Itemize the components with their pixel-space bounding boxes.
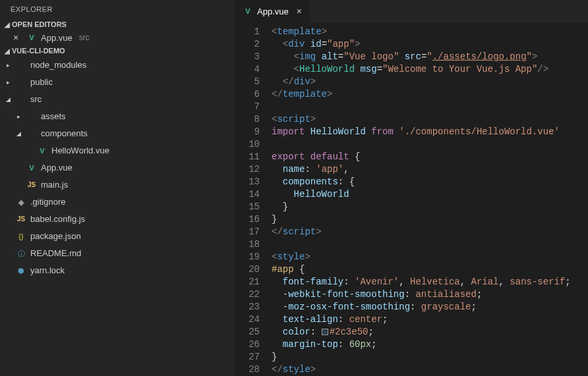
tree-item-label: public: [30, 76, 53, 89]
code-line[interactable]: <style>: [272, 251, 588, 263]
tree-item-src[interactable]: ◢src: [0, 91, 235, 108]
close-icon[interactable]: ×: [13, 32, 22, 43]
line-number: 9: [235, 126, 260, 138]
explorer-title: EXPLORER: [0, 0, 235, 18]
tree-item-label: package.json: [30, 230, 81, 243]
line-number: 1: [235, 26, 260, 38]
project-header[interactable]: ◢ VUE-CLI-DEMO: [0, 45, 235, 57]
tree-item-components[interactable]: ◢components: [0, 125, 235, 142]
code-line[interactable]: name: 'app',: [272, 163, 588, 176]
code-line[interactable]: margin-top: 60px;: [272, 338, 588, 351]
line-number: 17: [235, 226, 260, 238]
line-number: 12: [235, 163, 260, 176]
open-editor-filename: App.vue: [41, 33, 73, 43]
tab-bar: V App.vue ×: [235, 0, 588, 23]
code-line[interactable]: font-family: 'Avenir', Helvetica, Arial,…: [272, 276, 588, 288]
code-line[interactable]: <div id="app">: [272, 38, 588, 51]
open-editor-item[interactable]: × V App.vue src: [0, 30, 235, 45]
code-line[interactable]: import HelloWorld from './components/Hel…: [272, 126, 588, 138]
line-number: 20: [235, 263, 260, 276]
yarn-icon: ⬢: [16, 264, 26, 277]
js-icon: JS: [26, 178, 37, 192]
code-line[interactable]: text-align: center;: [272, 313, 588, 326]
line-number: 7: [235, 101, 260, 113]
tree-item-readme-md[interactable]: ⓘREADME.md: [0, 245, 235, 262]
close-icon[interactable]: ×: [297, 6, 302, 16]
line-number: 25: [235, 326, 260, 338]
code-line[interactable]: <img alt="Vue logo" src="./assets/logo.p…: [272, 51, 588, 63]
chevron-down-icon: ◢: [3, 21, 12, 28]
tree-item-app-vue[interactable]: VApp.vue: [0, 159, 235, 176]
tree-item-yarn-lock[interactable]: ⬢yarn.lock: [0, 262, 235, 279]
code-line[interactable]: [272, 138, 588, 151]
tree-item-helloworld-vue[interactable]: VHelloWorld.vue: [0, 142, 235, 159]
file-tree: ▸node_modules▸public◢src▸assets◢componen…: [0, 57, 235, 279]
code-line[interactable]: }: [272, 213, 588, 226]
code-line[interactable]: </style>: [272, 363, 588, 376]
code-line[interactable]: HelloWorld: [272, 188, 588, 201]
chevron-right-icon: ▸: [15, 110, 22, 123]
tree-item-label: main.js: [41, 178, 68, 192]
line-number: 5: [235, 76, 260, 88]
editor-area: V App.vue × 1234567891011121314151617181…: [235, 0, 588, 376]
code-line[interactable]: components: {: [272, 176, 588, 188]
line-number: 4: [235, 63, 260, 76]
code-line[interactable]: </template>: [272, 88, 588, 101]
line-number: 22: [235, 288, 260, 301]
chevron-down-icon: ◢: [4, 93, 12, 106]
line-number: 19: [235, 251, 260, 263]
vue-icon: V: [243, 7, 253, 15]
code-line[interactable]: [272, 238, 588, 251]
line-number: 8: [235, 113, 260, 126]
code-line[interactable]: <script>: [272, 113, 588, 126]
tree-item-main-js[interactable]: JSmain.js: [0, 176, 235, 194]
line-number: 24: [235, 313, 260, 326]
tree-item-assets[interactable]: ▸assets: [0, 108, 235, 125]
tree-item-label: node_modules: [30, 59, 86, 72]
tree-item-label: App.vue: [41, 161, 73, 175]
open-editors-label: OPEN EDITORS: [12, 20, 67, 28]
tree-item-label: components: [41, 127, 88, 140]
tab-app-vue[interactable]: V App.vue ×: [235, 0, 310, 22]
tree-item-babel-config-js[interactable]: JSbabel.config.js: [0, 211, 235, 228]
code-line[interactable]: <template>: [272, 26, 588, 38]
tree-item-package-json[interactable]: {}package.json: [0, 228, 235, 245]
code-content[interactable]: <template> <div id="app"> <img alt="Vue …: [272, 23, 588, 376]
js-icon: JS: [16, 213, 26, 226]
line-number: 3: [235, 51, 260, 63]
json-icon: {}: [16, 230, 26, 243]
line-number: 14: [235, 188, 260, 201]
code-line[interactable]: }: [272, 201, 588, 213]
code-line[interactable]: #app {: [272, 263, 588, 276]
sidebar: EXPLORER ◢ OPEN EDITORS × V App.vue src …: [0, 0, 235, 376]
code-area[interactable]: 1234567891011121314151617181920212223242…: [235, 23, 588, 376]
open-editor-dir: src: [79, 33, 90, 42]
git-icon: ◆: [16, 196, 26, 209]
tree-item-public[interactable]: ▸public: [0, 74, 235, 91]
tree-item-label: HelloWorld.vue: [51, 144, 109, 157]
code-line[interactable]: <HelloWorld msg="Welcome to Your Vue.js …: [272, 63, 588, 76]
open-editors-header[interactable]: ◢ OPEN EDITORS: [0, 18, 235, 30]
code-line[interactable]: color: #2c3e50;: [272, 326, 588, 338]
code-line[interactable]: -webkit-font-smoothing: antialiased;: [272, 288, 588, 301]
line-gutter: 1234567891011121314151617181920212223242…: [235, 23, 272, 376]
tree-item-label: assets: [41, 110, 66, 123]
tree-item--gitignore[interactable]: ◆.gitignore: [0, 194, 235, 211]
tree-item-label: babel.config.js: [30, 213, 85, 226]
line-number: 6: [235, 88, 260, 101]
line-number: 27: [235, 351, 260, 363]
code-line[interactable]: </div>: [272, 76, 588, 88]
project-title: VUE-CLI-DEMO: [12, 47, 65, 55]
tree-item-label: .gitignore: [30, 196, 65, 209]
code-line[interactable]: -moz-osx-font-smoothing: grayscale;: [272, 301, 588, 313]
line-number: 18: [235, 238, 260, 251]
code-line[interactable]: export default {: [272, 151, 588, 163]
line-number: 21: [235, 276, 260, 288]
code-line[interactable]: }: [272, 351, 588, 363]
code-line[interactable]: [272, 101, 588, 113]
code-line[interactable]: </script>: [272, 226, 588, 238]
line-number: 11: [235, 151, 260, 163]
line-number: 10: [235, 138, 260, 151]
tree-item-node-modules[interactable]: ▸node_modules: [0, 57, 235, 74]
chevron-right-icon: ▸: [4, 76, 12, 89]
